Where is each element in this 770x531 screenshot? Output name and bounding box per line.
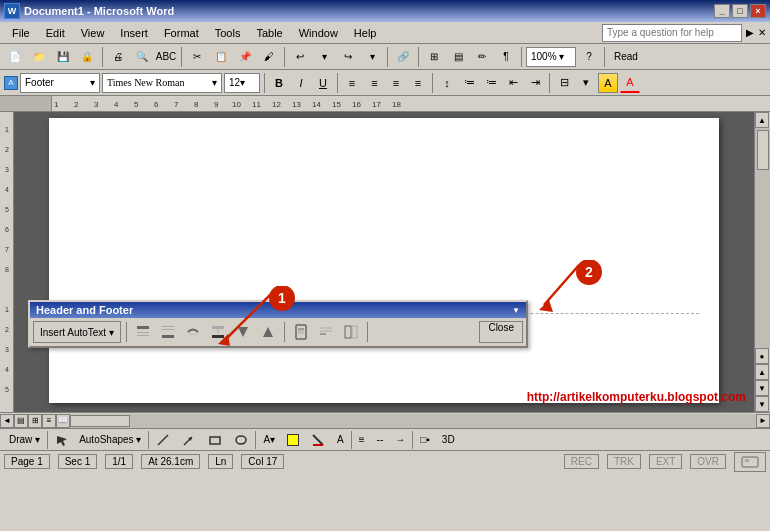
font-color-button[interactable]: A bbox=[620, 73, 640, 93]
view-web-button[interactable]: ⊞ bbox=[28, 414, 42, 428]
highlight-button[interactable]: A bbox=[598, 73, 618, 93]
permission-button[interactable]: 🔒 bbox=[76, 46, 98, 68]
bullet-list-button[interactable]: ≔ bbox=[459, 73, 479, 93]
scroll-down-button[interactable]: ▼ bbox=[755, 396, 769, 412]
oval-button[interactable] bbox=[229, 431, 253, 449]
maximize-button[interactable]: □ bbox=[732, 4, 748, 18]
close-search-icon[interactable]: ✕ bbox=[758, 27, 766, 38]
paste-button[interactable]: 📌 bbox=[234, 46, 256, 68]
read-button[interactable]: Read bbox=[609, 46, 643, 68]
underline-button[interactable]: U bbox=[313, 73, 333, 93]
draw-menu-button[interactable]: Draw ▾ bbox=[4, 431, 45, 449]
arrow-style-button[interactable]: → bbox=[390, 431, 410, 449]
format-painter-button[interactable]: 🖌 bbox=[258, 46, 280, 68]
hf-align-icon[interactable] bbox=[340, 321, 362, 343]
svg-text:3: 3 bbox=[5, 346, 9, 353]
menu-help[interactable]: Help bbox=[346, 25, 385, 41]
align-center-button[interactable]: ≡ bbox=[364, 73, 384, 93]
svg-marker-32 bbox=[218, 334, 230, 346]
svg-point-64 bbox=[236, 436, 246, 444]
scroll-select-browse-button[interactable]: ● bbox=[755, 348, 769, 364]
align-right-button[interactable]: ≡ bbox=[386, 73, 406, 93]
help-button[interactable]: ? bbox=[578, 46, 600, 68]
menu-edit[interactable]: Edit bbox=[38, 25, 73, 41]
print-preview-button[interactable]: 🔍 bbox=[131, 46, 153, 68]
title-bar-controls[interactable]: _ □ × bbox=[714, 4, 766, 18]
menu-tools[interactable]: Tools bbox=[207, 25, 249, 41]
undo-dropdown[interactable]: ▾ bbox=[313, 46, 335, 68]
autoshapes-button[interactable]: AutoShapes ▾ bbox=[74, 431, 146, 449]
scroll-next-page-button[interactable]: ▼ bbox=[755, 380, 769, 396]
italic-button[interactable]: I bbox=[291, 73, 311, 93]
rectangle-button[interactable] bbox=[203, 431, 227, 449]
hf-link-icon[interactable] bbox=[182, 321, 204, 343]
menu-window[interactable]: Window bbox=[291, 25, 346, 41]
print-button[interactable]: 🖨 bbox=[107, 46, 129, 68]
status-rec: REC bbox=[564, 454, 599, 469]
show-formatting-button[interactable]: ¶ bbox=[495, 46, 517, 68]
font-dropdown[interactable]: Times New Roman ▾ bbox=[102, 73, 222, 93]
line-color-button[interactable] bbox=[306, 431, 330, 449]
hf-collapse-icon[interactable]: ▼ bbox=[512, 306, 520, 315]
right-scrollbar[interactable]: ▲ ● ▲ ▼ ▼ bbox=[754, 112, 770, 412]
undo-button[interactable]: ↩ bbox=[289, 46, 311, 68]
spell-check-button[interactable]: ABC bbox=[155, 46, 177, 68]
menu-format[interactable]: Format bbox=[156, 25, 207, 41]
align-left-button[interactable]: ≡ bbox=[342, 73, 362, 93]
redo-dropdown[interactable]: ▾ bbox=[361, 46, 383, 68]
hf-footer-icon[interactable] bbox=[157, 321, 179, 343]
arrow-button[interactable] bbox=[177, 431, 201, 449]
fill-color-button[interactable] bbox=[282, 431, 304, 449]
hf-odd-even-icon[interactable] bbox=[315, 321, 337, 343]
cut-button[interactable]: ✂ bbox=[186, 46, 208, 68]
copy-button[interactable]: 📋 bbox=[210, 46, 232, 68]
scroll-thumb[interactable] bbox=[757, 130, 769, 170]
line-spacing-button[interactable]: ↕ bbox=[437, 73, 457, 93]
3d-button[interactable]: 3D bbox=[437, 431, 460, 449]
scroll-prev-page-button[interactable]: ▲ bbox=[755, 364, 769, 380]
insert-autotext-button[interactable]: Insert AutoText ▾ bbox=[33, 321, 121, 343]
redo-button[interactable]: ↪ bbox=[337, 46, 359, 68]
view-outline-button[interactable]: ≡ bbox=[42, 414, 56, 428]
view-normal-button[interactable]: ▤ bbox=[14, 414, 28, 428]
menu-file[interactable]: File bbox=[4, 25, 38, 41]
hyperlink-button[interactable]: 🔗 bbox=[392, 46, 414, 68]
select-objects-button[interactable] bbox=[50, 431, 72, 449]
columns-button[interactable]: ▤ bbox=[447, 46, 469, 68]
menu-insert[interactable]: Insert bbox=[112, 25, 156, 41]
menu-view[interactable]: View bbox=[73, 25, 113, 41]
search-button[interactable]: ▶ bbox=[746, 27, 754, 38]
border-dropdown[interactable]: ▾ bbox=[576, 73, 596, 93]
decrease-indent-button[interactable]: ⇤ bbox=[503, 73, 523, 93]
size-dropdown[interactable]: 12 ▾ bbox=[224, 73, 260, 93]
style-dropdown[interactable]: Footer ▾ bbox=[20, 73, 100, 93]
scroll-right-button[interactable]: ► bbox=[756, 414, 770, 428]
table-button[interactable]: ⊞ bbox=[423, 46, 445, 68]
new-button[interactable]: 📄 bbox=[4, 46, 26, 68]
hf-close-button[interactable]: Close bbox=[479, 321, 523, 343]
view-reading-button[interactable]: 📖 bbox=[56, 414, 70, 428]
minimize-button[interactable]: _ bbox=[714, 4, 730, 18]
save-button[interactable]: 💾 bbox=[52, 46, 74, 68]
justify-button[interactable]: ≡ bbox=[408, 73, 428, 93]
drawing-button[interactable]: ✏ bbox=[471, 46, 493, 68]
increase-indent-button[interactable]: ⇥ bbox=[525, 73, 545, 93]
dash-style-button[interactable]: -- bbox=[372, 431, 389, 449]
menu-table[interactable]: Table bbox=[248, 25, 290, 41]
scroll-up-button[interactable]: ▲ bbox=[755, 112, 769, 128]
search-input[interactable] bbox=[602, 24, 742, 42]
line-style-button[interactable]: ≡ bbox=[354, 431, 370, 449]
bold-button[interactable]: B bbox=[269, 73, 289, 93]
scroll-left-button[interactable]: ◄ bbox=[0, 414, 14, 428]
close-button[interactable]: × bbox=[750, 4, 766, 18]
hf-header-icon[interactable] bbox=[132, 321, 154, 343]
outside-border-button[interactable]: ⊟ bbox=[554, 73, 574, 93]
shadow-button[interactable]: □▪ bbox=[415, 431, 435, 449]
open-button[interactable]: 📁 bbox=[28, 46, 50, 68]
zoom-dropdown[interactable]: 100% ▾ bbox=[526, 47, 576, 67]
h-scroll-thumb[interactable] bbox=[70, 415, 130, 427]
text-direction-button[interactable]: A▾ bbox=[258, 431, 280, 449]
line-button[interactable] bbox=[151, 431, 175, 449]
numbered-list-button[interactable]: ≔ bbox=[481, 73, 501, 93]
font-color-draw-button[interactable]: A bbox=[332, 431, 349, 449]
